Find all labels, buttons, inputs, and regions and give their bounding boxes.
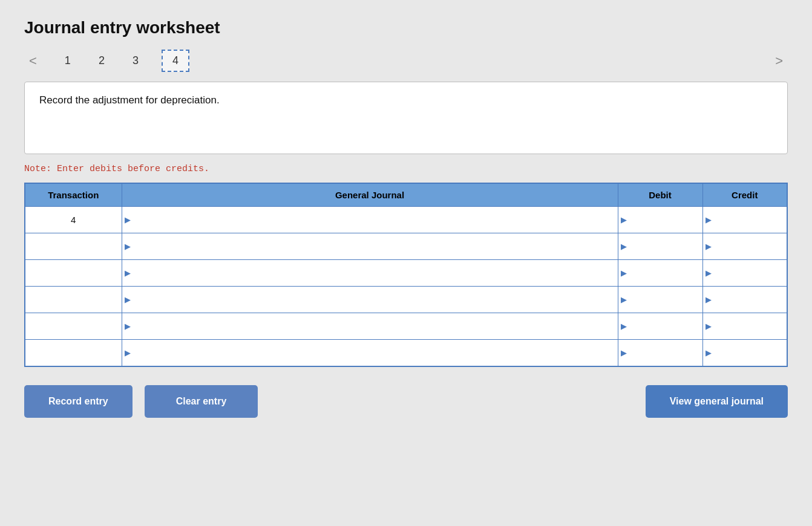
- credit-arrow-3: ▶: [706, 295, 712, 304]
- col-header-credit: Credit: [702, 183, 787, 207]
- clear-entry-button[interactable]: Clear entry: [145, 385, 258, 418]
- debit-cell-0[interactable]: ▶: [618, 207, 702, 233]
- transaction-cell-0: 4: [25, 207, 122, 233]
- table-row: ▶▶▶: [25, 260, 787, 287]
- nav-item-4[interactable]: 4: [162, 50, 189, 72]
- debit-input-4[interactable]: [629, 313, 700, 339]
- journal-arrow-3: ▶: [125, 295, 131, 304]
- table-row: ▶▶▶: [25, 340, 787, 366]
- col-header-debit: Debit: [618, 183, 702, 207]
- col-header-transaction: Transaction: [25, 183, 122, 207]
- journal-arrow-4: ▶: [125, 322, 131, 331]
- transaction-cell-4: [25, 313, 122, 340]
- journal-input-3[interactable]: [133, 287, 615, 313]
- credit-input-3[interactable]: [714, 287, 785, 313]
- col-header-general-journal: General Journal: [122, 183, 618, 207]
- debit-arrow-0: ▶: [621, 215, 627, 224]
- credit-arrow-2: ▶: [706, 268, 712, 278]
- credit-cell-3[interactable]: ▶: [702, 287, 787, 313]
- transaction-cell-1: [25, 233, 122, 260]
- journal-cell-4[interactable]: ▶: [122, 313, 618, 340]
- debit-cell-3[interactable]: ▶: [618, 287, 702, 313]
- nav-item-1[interactable]: 1: [60, 52, 76, 70]
- journal-arrow-1: ▶: [125, 242, 131, 251]
- journal-arrow-0: ▶: [125, 215, 131, 224]
- credit-arrow-1: ▶: [706, 242, 712, 251]
- journal-input-2[interactable]: [133, 260, 615, 286]
- button-row: Record entry Clear entry View general jo…: [24, 385, 788, 418]
- debit-arrow-2: ▶: [621, 268, 627, 278]
- credit-input-5[interactable]: [714, 340, 785, 366]
- journal-cell-2[interactable]: ▶: [122, 260, 618, 287]
- journal-cell-5[interactable]: ▶: [122, 340, 618, 366]
- credit-cell-1[interactable]: ▶: [702, 233, 787, 260]
- prev-arrow[interactable]: <: [24, 51, 42, 71]
- journal-cell-1[interactable]: ▶: [122, 233, 618, 260]
- journal-input-0[interactable]: [133, 207, 615, 233]
- transaction-cell-3: [25, 287, 122, 313]
- transaction-cell-2: [25, 260, 122, 287]
- credit-cell-2[interactable]: ▶: [702, 260, 787, 287]
- credit-arrow-5: ▶: [706, 348, 712, 357]
- debit-arrow-1: ▶: [621, 242, 627, 251]
- journal-cell-3[interactable]: ▶: [122, 287, 618, 313]
- journal-cell-0[interactable]: ▶: [122, 207, 618, 233]
- debit-arrow-4: ▶: [621, 322, 627, 331]
- nav-row: < 1 2 3 4 >: [24, 50, 788, 72]
- debit-input-5[interactable]: [629, 340, 700, 366]
- table-row: ▶▶▶: [25, 313, 787, 340]
- debit-input-3[interactable]: [629, 287, 700, 313]
- debit-input-0[interactable]: [629, 207, 700, 233]
- table-row: ▶▶▶: [25, 287, 787, 313]
- credit-input-1[interactable]: [714, 233, 785, 259]
- credit-input-2[interactable]: [714, 260, 785, 286]
- credit-cell-4[interactable]: ▶: [702, 313, 787, 340]
- debit-arrow-5: ▶: [621, 348, 627, 357]
- debit-input-1[interactable]: [629, 233, 700, 259]
- journal-input-5[interactable]: [133, 340, 615, 366]
- journal-input-4[interactable]: [133, 313, 615, 339]
- view-general-journal-button[interactable]: View general journal: [646, 385, 788, 418]
- debit-cell-1[interactable]: ▶: [618, 233, 702, 260]
- credit-input-4[interactable]: [714, 313, 785, 339]
- journal-table: Transaction General Journal Debit Credit…: [24, 183, 788, 367]
- journal-arrow-5: ▶: [125, 348, 131, 357]
- debit-cell-2[interactable]: ▶: [618, 260, 702, 287]
- debit-input-2[interactable]: [629, 260, 700, 286]
- next-arrow[interactable]: >: [770, 51, 788, 71]
- debit-cell-5[interactable]: ▶: [618, 340, 702, 366]
- description-box: Record the adjustment for depreciation.: [24, 82, 788, 154]
- credit-arrow-4: ▶: [706, 322, 712, 331]
- nav-item-3[interactable]: 3: [128, 52, 143, 70]
- table-row: 4▶▶▶: [25, 207, 787, 233]
- page-title: Journal entry worksheet: [24, 18, 788, 37]
- debit-cell-4[interactable]: ▶: [618, 313, 702, 340]
- record-entry-button[interactable]: Record entry: [24, 385, 133, 418]
- journal-input-1[interactable]: [133, 233, 615, 259]
- credit-input-0[interactable]: [714, 207, 785, 233]
- description-text: Record the adjustment for depreciation.: [39, 94, 773, 106]
- nav-item-2[interactable]: 2: [94, 52, 110, 70]
- debit-arrow-3: ▶: [621, 295, 627, 304]
- note-text: Note: Enter debits before credits.: [24, 164, 788, 174]
- credit-cell-0[interactable]: ▶: [702, 207, 787, 233]
- credit-cell-5[interactable]: ▶: [702, 340, 787, 366]
- transaction-cell-5: [25, 340, 122, 366]
- journal-arrow-2: ▶: [125, 268, 131, 278]
- credit-arrow-0: ▶: [706, 215, 712, 224]
- table-row: ▶▶▶: [25, 233, 787, 260]
